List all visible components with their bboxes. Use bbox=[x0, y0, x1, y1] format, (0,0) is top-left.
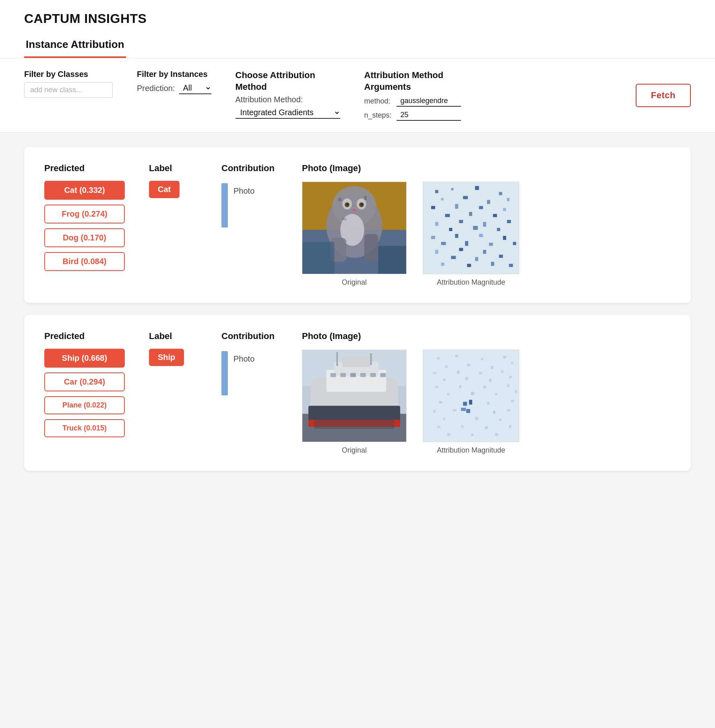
svg-rect-120 bbox=[485, 427, 488, 429]
svg-rect-74 bbox=[370, 373, 376, 377]
svg-rect-27 bbox=[487, 200, 490, 204]
svg-rect-43 bbox=[431, 236, 435, 239]
ship-original-image bbox=[302, 350, 407, 442]
svg-rect-55 bbox=[475, 257, 478, 261]
svg-rect-121 bbox=[509, 425, 511, 428]
photo-row-1: Original bbox=[302, 182, 671, 287]
contribution-section-1: Contribution Photo bbox=[221, 163, 278, 228]
contribution-bar-area-1: Photo bbox=[221, 183, 254, 228]
cat-attribution-image bbox=[423, 182, 519, 274]
cat-original-image bbox=[302, 182, 407, 274]
filter-instances-label: Filter by Instances bbox=[137, 70, 211, 79]
svg-rect-30 bbox=[455, 204, 458, 209]
svg-rect-101 bbox=[459, 385, 461, 388]
filter-classes-input[interactable] bbox=[24, 82, 113, 98]
svg-rect-58 bbox=[467, 264, 471, 267]
svg-rect-115 bbox=[443, 418, 446, 420]
svg-rect-18 bbox=[302, 242, 334, 274]
filter-instances-group: Filter by Instances Prediction: All bbox=[137, 70, 211, 94]
original-photo-item-1: Original bbox=[302, 182, 407, 287]
svg-rect-104 bbox=[447, 393, 450, 395]
prediction-badge-dog[interactable]: Dog (0.170) bbox=[44, 228, 125, 247]
svg-rect-98 bbox=[461, 408, 466, 411]
svg-rect-14 bbox=[364, 234, 378, 262]
svg-rect-96 bbox=[463, 402, 467, 406]
filter-classes-label: Filter by Classes bbox=[24, 70, 113, 79]
photo-row-2: Original bbox=[302, 350, 671, 455]
svg-rect-112 bbox=[453, 409, 456, 412]
svg-rect-21 bbox=[435, 190, 438, 193]
prediction-badge-ship[interactable]: Ship (0.668) bbox=[44, 349, 125, 368]
predictions-section-2: Predicted Ship (0.668) Car (0.294) Plane… bbox=[44, 331, 125, 437]
prediction-badge-plane[interactable]: Plane (0.022) bbox=[44, 396, 125, 414]
n-steps-arg-label: n_steps: bbox=[364, 111, 393, 120]
svg-rect-97 bbox=[469, 400, 472, 405]
svg-rect-38 bbox=[483, 222, 486, 227]
prediction-badge-bird[interactable]: Bird (0.084) bbox=[44, 252, 125, 271]
svg-rect-51 bbox=[435, 250, 438, 254]
svg-rect-116 bbox=[475, 417, 478, 420]
svg-rect-59 bbox=[491, 262, 494, 266]
contribution-heading-1: Contribution bbox=[221, 163, 275, 174]
svg-rect-90 bbox=[479, 372, 482, 374]
svg-rect-119 bbox=[461, 425, 463, 428]
svg-rect-31 bbox=[479, 206, 483, 209]
attribution-method-label: Attribution Method: bbox=[236, 95, 340, 104]
attribution-args-section: Attribution MethodArguments method: gaus… bbox=[364, 70, 461, 121]
svg-rect-34 bbox=[469, 212, 472, 216]
svg-rect-41 bbox=[473, 226, 478, 230]
attribution-method-select[interactable]: Integrated Gradients bbox=[236, 107, 340, 119]
label-badge-ship: Ship bbox=[149, 349, 184, 366]
svg-rect-83 bbox=[503, 356, 506, 358]
prediction-badge-car[interactable]: Car (0.294) bbox=[44, 372, 125, 391]
prediction-badge-truck[interactable]: Truck (0.015) bbox=[44, 419, 125, 437]
svg-rect-77 bbox=[370, 353, 372, 365]
fetch-button[interactable]: Fetch bbox=[636, 84, 691, 107]
ship-attribution-image bbox=[423, 350, 519, 442]
svg-rect-24 bbox=[499, 192, 502, 195]
label-badge-cat: Cat bbox=[149, 181, 180, 198]
svg-rect-46 bbox=[503, 236, 506, 240]
contribution-bar-area-2: Photo bbox=[221, 351, 254, 395]
svg-rect-60 bbox=[509, 264, 513, 267]
label-section-1: Label Cat bbox=[149, 163, 197, 198]
svg-rect-54 bbox=[451, 256, 456, 259]
svg-rect-23 bbox=[475, 186, 479, 190]
svg-rect-95 bbox=[509, 376, 512, 378]
original-caption-2: Original bbox=[342, 446, 367, 455]
svg-rect-72 bbox=[350, 373, 356, 377]
prediction-badge-cat[interactable]: Cat (0.332) bbox=[44, 181, 125, 200]
photo-section-heading-2: Photo (Image) bbox=[302, 331, 671, 341]
svg-rect-81 bbox=[455, 355, 458, 357]
svg-rect-99 bbox=[466, 409, 470, 413]
app-title: CAPTUM INSIGHTS bbox=[24, 11, 691, 26]
result-card-1: Predicted Cat (0.332) Frog (0.274) Dog (… bbox=[24, 147, 691, 303]
contribution-bar-2 bbox=[221, 351, 228, 395]
tab-instance-attribution[interactable]: Instance Attribution bbox=[24, 34, 126, 58]
svg-point-10 bbox=[347, 204, 348, 205]
svg-rect-35 bbox=[493, 214, 497, 217]
svg-rect-84 bbox=[445, 365, 448, 368]
svg-rect-117 bbox=[499, 419, 501, 421]
prediction-badge-frog[interactable]: Frog (0.274) bbox=[44, 205, 125, 223]
contribution-section-2: Contribution Photo bbox=[221, 331, 278, 395]
svg-rect-48 bbox=[465, 241, 468, 246]
svg-rect-69 bbox=[342, 356, 370, 367]
tabs-bar: Instance Attribution bbox=[24, 34, 691, 58]
svg-rect-47 bbox=[441, 242, 446, 245]
predicted-heading-2: Predicted bbox=[44, 331, 125, 341]
svg-rect-109 bbox=[487, 402, 490, 405]
svg-rect-123 bbox=[471, 434, 473, 436]
prediction-select[interactable]: All bbox=[179, 82, 211, 94]
label-heading-1: Label bbox=[149, 163, 197, 174]
attribution-caption-2: Attribution Magnitude bbox=[437, 446, 505, 455]
svg-rect-124 bbox=[495, 433, 498, 436]
svg-rect-122 bbox=[447, 433, 450, 436]
controls-bar: Filter by Classes Filter by Instances Pr… bbox=[0, 58, 715, 132]
svg-rect-108 bbox=[439, 401, 442, 403]
svg-rect-91 bbox=[501, 370, 503, 373]
attribution-args-label: Attribution MethodArguments bbox=[364, 70, 461, 93]
predicted-heading-1: Predicted bbox=[44, 163, 125, 174]
svg-rect-118 bbox=[437, 426, 440, 428]
svg-rect-107 bbox=[515, 390, 517, 393]
